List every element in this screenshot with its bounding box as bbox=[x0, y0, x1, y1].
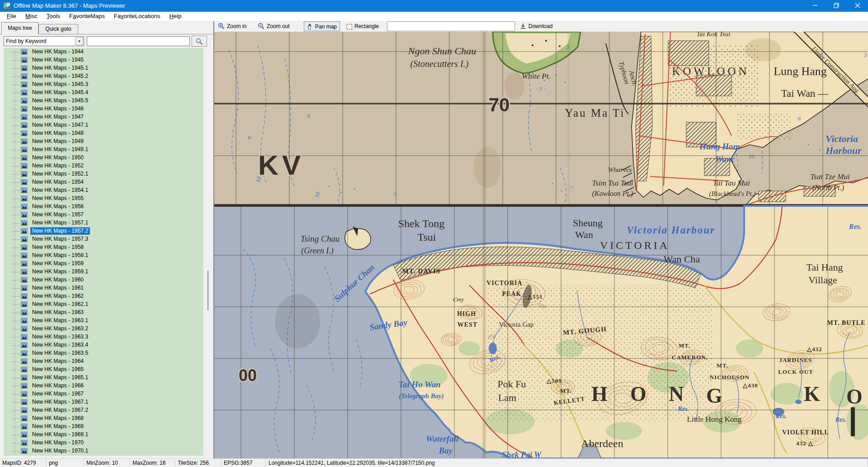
tree-item[interactable]: New HK Maps - 1947 bbox=[4, 113, 203, 121]
tree-stub bbox=[12, 288, 20, 289]
tree-stub bbox=[12, 337, 20, 338]
tree-item[interactable]: New HK Maps - 1947.1 bbox=[4, 121, 203, 129]
tree-item[interactable]: New HK Maps - 1968 bbox=[4, 415, 203, 423]
map-canvas[interactable]: Ngon Shun Chau(Stonecutters I.)White Pt.… bbox=[214, 32, 868, 458]
toolbar-text-input[interactable] bbox=[387, 21, 515, 31]
zoom-in-button[interactable]: Zoom in bbox=[218, 21, 246, 31]
menu-item-misc[interactable]: Misc bbox=[21, 12, 42, 21]
tree-item[interactable]: New HK Maps - 1967 bbox=[4, 390, 203, 398]
chevron-down-icon[interactable]: ▼ bbox=[75, 37, 83, 45]
tree-item[interactable]: New HK Maps - 1970 bbox=[4, 439, 203, 447]
svg-text:O: O bbox=[630, 382, 646, 405]
tree-item[interactable]: New HK Maps - 1945.5 bbox=[4, 97, 203, 105]
tree-item[interactable]: New HK Maps - 1944 bbox=[4, 48, 203, 56]
tree-item[interactable]: New HK Maps - 1967.2 bbox=[4, 406, 203, 415]
tree-item[interactable]: New HK Maps - 1945.4 bbox=[4, 89, 203, 97]
maps-tree-list[interactable]: New HK Maps - 1944New HK Maps - 1945New … bbox=[4, 48, 203, 456]
tree-item[interactable]: New HK Maps - 1967.1 bbox=[4, 398, 203, 406]
status-segment: EPSG:3857 bbox=[222, 459, 266, 467]
tree-item[interactable]: New HK Maps - 1945.1 bbox=[4, 64, 203, 72]
tree-item[interactable]: New HK Maps - 1956 bbox=[4, 203, 203, 211]
map-thumbnail-icon bbox=[21, 350, 28, 356]
svg-text:△509: △509 bbox=[546, 377, 562, 384]
svg-text:VICTORIA: VICTORIA bbox=[486, 280, 522, 286]
svg-text:6: 6 bbox=[248, 134, 251, 141]
tree-item[interactable]: New HK Maps - 1948 bbox=[4, 129, 203, 138]
tree-item[interactable]: New HK Maps - 1963.5 bbox=[4, 349, 203, 357]
tree-item[interactable]: New HK Maps - 1949.1 bbox=[4, 146, 203, 154]
menu-item-help[interactable]: Help bbox=[165, 12, 186, 21]
tree-item[interactable]: New HK Maps - 1950 bbox=[4, 154, 203, 162]
svg-text:70: 70 bbox=[489, 94, 510, 115]
tree-item[interactable]: New HK Maps - 1961 bbox=[4, 284, 203, 292]
tree-item[interactable]: New HK Maps - 1958 bbox=[4, 243, 203, 252]
map-thumbnail-icon bbox=[21, 212, 28, 218]
menu-item-tools[interactable]: Tools bbox=[42, 12, 65, 21]
tree-item-label: New HK Maps - 1968 bbox=[31, 415, 85, 422]
tree-item[interactable]: New HK Maps - 1959 bbox=[4, 260, 203, 268]
tree-item[interactable]: New HK Maps - 1952.1 bbox=[4, 170, 203, 178]
tree-item[interactable]: New HK Maps - 1963.2 bbox=[4, 325, 203, 333]
tree-scrollbar-thumb[interactable] bbox=[208, 271, 208, 310]
tree-item[interactable]: New HK Maps - 1958.1 bbox=[4, 252, 203, 260]
map-thumbnail-icon bbox=[21, 318, 28, 324]
tree-item[interactable]: New HK Maps - 1963.1 bbox=[4, 317, 203, 325]
menu-item-file[interactable]: File bbox=[2, 12, 21, 21]
tab-quick-goto[interactable]: Quick goto bbox=[38, 24, 78, 34]
tree-item[interactable]: New HK Maps - 1969 bbox=[4, 423, 203, 431]
tree-item[interactable]: New HK Maps - 1960 bbox=[4, 276, 203, 284]
minimize-icon bbox=[812, 3, 818, 8]
menu-item-favoritemaps[interactable]: FavoriteMaps bbox=[65, 12, 109, 21]
tree-item[interactable]: New HK Maps - 1949 bbox=[4, 138, 203, 146]
tree-item[interactable]: New HK Maps - 1954 bbox=[4, 178, 203, 186]
tree-item[interactable]: New HK Maps - 1965 bbox=[4, 366, 203, 374]
maximize-restore-button[interactable] bbox=[826, 0, 847, 12]
tree-item[interactable]: New HK Maps - 1963.3 bbox=[4, 333, 203, 341]
tab-maps-tree[interactable]: Maps tree bbox=[1, 22, 38, 34]
tree-item[interactable]: New HK Maps - 1954.1 bbox=[4, 186, 203, 195]
tree-item[interactable]: New HK Maps - 1962 bbox=[4, 292, 203, 300]
map-thumbnail-icon bbox=[21, 220, 28, 226]
tree-item[interactable]: New HK Maps - 1945.2 bbox=[4, 72, 203, 81]
tree-item-label: New HK Maps - 1970 bbox=[31, 439, 85, 446]
tree-item[interactable]: New HK Maps - 1962.1 bbox=[4, 300, 203, 309]
svg-text:Res.: Res. bbox=[678, 405, 689, 412]
tree-stub bbox=[12, 256, 20, 256]
menu-item-favoritelocations[interactable]: FavoriteLocations bbox=[109, 12, 165, 21]
svg-text:Harbour: Harbour bbox=[825, 145, 862, 156]
toolbar-separator bbox=[299, 22, 300, 30]
tree-item-label: New HK Maps - 1965 bbox=[31, 366, 85, 373]
tree-item[interactable]: New HK Maps - 1963 bbox=[4, 309, 203, 317]
tree-item-label: New HK Maps - 1958 bbox=[31, 244, 85, 251]
rectangle-select-button[interactable]: Rectangle bbox=[344, 21, 382, 31]
tree-item[interactable]: New HK Maps - 1945 bbox=[4, 56, 203, 64]
search-button[interactable] bbox=[192, 36, 207, 47]
close-button[interactable] bbox=[847, 0, 868, 12]
tree-item[interactable]: New HK Maps - 1946 bbox=[4, 105, 203, 113]
minimize-button[interactable] bbox=[804, 0, 826, 12]
tree-item[interactable]: New HK Maps - 1957.2 bbox=[4, 227, 203, 235]
tree-stub bbox=[12, 345, 20, 346]
pan-map-button[interactable]: Pan map bbox=[304, 21, 340, 31]
app-window: Offline Map Maker 8.367 - Maps Previewer… bbox=[0, 0, 868, 467]
find-mode-combobox[interactable]: Find by Keyword ▼ bbox=[4, 36, 84, 46]
tree-item[interactable]: New HK Maps - 1970.1 bbox=[4, 447, 203, 455]
zoom-out-button[interactable]: Zoom out bbox=[258, 21, 290, 31]
tree-item[interactable]: New HK Maps - 1963.4 bbox=[4, 341, 203, 349]
tree-item[interactable]: New HK Maps - 1957 bbox=[4, 211, 203, 219]
search-input[interactable] bbox=[87, 36, 190, 46]
download-button[interactable]: Download bbox=[520, 21, 552, 31]
tree-item[interactable]: New HK Maps - 1966 bbox=[4, 382, 203, 390]
svg-text:K: K bbox=[804, 382, 820, 405]
tree-item[interactable]: New HK Maps - 1945.3 bbox=[4, 81, 203, 89]
tree-item[interactable]: New HK Maps - 1952 bbox=[4, 162, 203, 170]
tree-stub bbox=[12, 101, 20, 101]
tree-item[interactable]: New HK Maps - 1969.1 bbox=[4, 431, 203, 439]
tree-item[interactable]: New HK Maps - 1959.1 bbox=[4, 268, 203, 276]
tree-item[interactable]: New HK Maps - 1957.1 bbox=[4, 219, 203, 227]
tree-item-label: New HK Maps - 1963.4 bbox=[31, 342, 90, 348]
tree-item[interactable]: New HK Maps - 1957.3 bbox=[4, 235, 203, 243]
tree-item[interactable]: New HK Maps - 1964 bbox=[4, 357, 203, 366]
tree-item[interactable]: New HK Maps - 1955 bbox=[4, 195, 203, 203]
tree-item[interactable]: New HK Maps - 1965.1 bbox=[4, 374, 203, 382]
